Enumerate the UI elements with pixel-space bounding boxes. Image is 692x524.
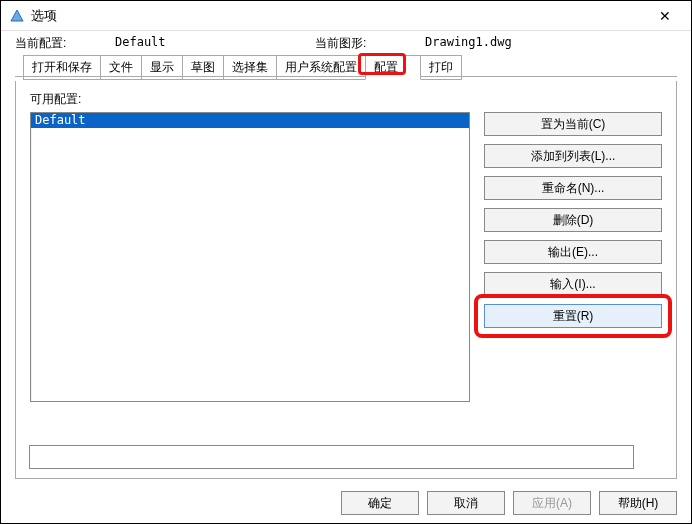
window-title: 选项 bbox=[31, 7, 57, 25]
reset-button[interactable]: 重置(R) bbox=[484, 304, 662, 328]
profiles-listbox[interactable]: Default bbox=[30, 112, 470, 402]
import-button[interactable]: 输入(I)... bbox=[484, 272, 662, 296]
side-buttons: 置为当前(C) 添加到列表(L)... 重命名(N)... 删除(D) 输出(E… bbox=[484, 112, 662, 402]
delete-button[interactable]: 删除(D) bbox=[484, 208, 662, 232]
export-button[interactable]: 输出(E)... bbox=[484, 240, 662, 264]
tab-baseline bbox=[15, 76, 677, 77]
tab-profile[interactable]: 配置 bbox=[365, 55, 421, 80]
current-profile-value: Default bbox=[115, 35, 315, 52]
cancel-button[interactable]: 取消 bbox=[427, 491, 505, 515]
reset-wrap: 重置(R) bbox=[484, 304, 662, 328]
title-bar: 选项 ✕ bbox=[1, 1, 691, 31]
app-icon bbox=[9, 8, 25, 24]
tab-content: 可用配置: Default 置为当前(C) 添加到列表(L)... 重命名(N)… bbox=[15, 81, 677, 479]
set-current-button[interactable]: 置为当前(C) bbox=[484, 112, 662, 136]
list-item[interactable]: Default bbox=[31, 113, 469, 128]
add-to-list-button[interactable]: 添加到列表(L)... bbox=[484, 144, 662, 168]
dialog-footer: 确定 取消 应用(A) 帮助(H) bbox=[341, 491, 677, 515]
tab-strip: 打开和保存 文件 显示 草图 选择集 用户系统配置 配置 打印 bbox=[1, 56, 691, 78]
ok-button[interactable]: 确定 bbox=[341, 491, 419, 515]
current-drawing-value: Drawing1.dwg bbox=[425, 35, 512, 52]
rename-button[interactable]: 重命名(N)... bbox=[484, 176, 662, 200]
help-button[interactable]: 帮助(H) bbox=[599, 491, 677, 515]
apply-button[interactable]: 应用(A) bbox=[513, 491, 591, 515]
available-profiles-label: 可用配置: bbox=[30, 91, 662, 108]
close-button[interactable]: ✕ bbox=[645, 1, 685, 31]
current-profile-label: 当前配置: bbox=[15, 35, 115, 52]
info-row: 当前配置: Default 当前图形: Drawing1.dwg bbox=[1, 31, 691, 56]
current-drawing-label: 当前图形: bbox=[315, 35, 425, 52]
lower-input-area[interactable] bbox=[29, 445, 634, 469]
